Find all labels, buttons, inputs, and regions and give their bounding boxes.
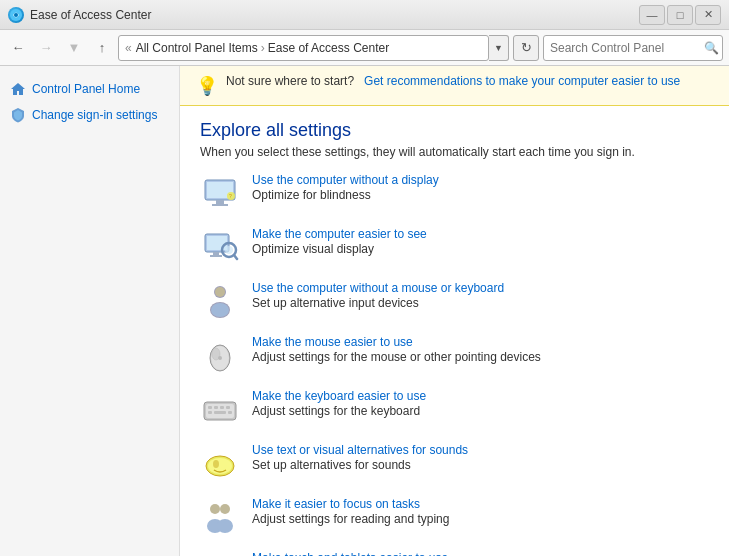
setting-link-no-mouse[interactable]: Use the computer without a mouse or keyb… [252, 281, 504, 295]
sidebar-item-signin-label: Change sign-in settings [32, 108, 157, 122]
svg-point-35 [213, 460, 219, 468]
setting-text-keyboard: Make the keyboard easier to use Adjust s… [252, 389, 709, 418]
breadcrumb-sep1: › [261, 41, 265, 55]
setting-item-sounds: Use text or visual alternatives for soun… [200, 443, 709, 483]
address-field[interactable]: « All Control Panel Items › Ease of Acce… [118, 35, 489, 61]
setting-link-easier-see[interactable]: Make the computer easier to see [252, 227, 427, 241]
setting-icon-mouse [200, 335, 240, 375]
sidebar-item-change-signin[interactable]: Change sign-in settings [0, 102, 179, 128]
svg-point-36 [210, 504, 220, 514]
svg-point-23 [218, 356, 222, 360]
address-bar: ← → ▼ ↑ « All Control Panel Items › Ease… [0, 30, 729, 66]
setting-link-mouse[interactable]: Make the mouse easier to use [252, 335, 413, 349]
main-container: Control Panel Home Change sign-in settin… [0, 66, 729, 556]
setting-icon-speech [200, 443, 240, 483]
banner-static-text: Not sure where to start? [226, 74, 354, 88]
shield-icon [10, 107, 26, 123]
sidebar: Control Panel Home Change sign-in settin… [0, 66, 180, 556]
setting-text-touch: Make touch and tablets easier to use Adj… [252, 551, 709, 556]
address-dropdown-button[interactable]: ▼ [489, 35, 509, 61]
svg-line-13 [234, 255, 237, 259]
svg-rect-30 [208, 411, 212, 414]
breadcrumb-current: Ease of Access Center [268, 41, 389, 55]
setting-link-focus[interactable]: Make it easier to focus on tasks [252, 497, 420, 511]
sidebar-item-control-panel-home[interactable]: Control Panel Home [0, 76, 179, 102]
svg-rect-31 [214, 411, 226, 414]
setting-text-mouse: Make the mouse easier to use Adjust sett… [252, 335, 709, 364]
setting-link-no-display[interactable]: Use the computer without a display [252, 173, 439, 187]
window-title: Ease of Access Center [30, 8, 151, 22]
svg-rect-26 [208, 406, 212, 409]
setting-link-sounds[interactable]: Use text or visual alternatives for soun… [252, 443, 468, 457]
setting-item-easier-see: Make the computer easier to see Optimize… [200, 227, 709, 267]
svg-point-38 [220, 504, 230, 514]
svg-point-17 [215, 287, 225, 297]
setting-item-focus: Make it easier to focus on tasks Adjust … [200, 497, 709, 537]
setting-desc-focus: Adjust settings for reading and typing [252, 512, 709, 526]
setting-icon-person [200, 281, 240, 321]
setting-desc-easier-see: Optimize visual display [252, 242, 709, 256]
banner-content: Not sure where to start? Get recommendat… [226, 74, 680, 88]
setting-desc-sounds: Set up alternatives for sounds [252, 458, 709, 472]
svg-text:?: ? [229, 193, 232, 199]
setting-item-keyboard: Make the keyboard easier to use Adjust s… [200, 389, 709, 429]
title-bar-left: Ease of Access Center [8, 7, 151, 23]
svg-rect-11 [210, 255, 222, 257]
svg-rect-10 [213, 252, 219, 255]
setting-icon-monitor: ? [200, 173, 240, 213]
banner-link[interactable]: Get recommendations to make your compute… [364, 74, 680, 88]
maximize-button[interactable]: □ [667, 5, 693, 25]
setting-link-touch[interactable]: Make touch and tablets easier to use [252, 551, 448, 556]
setting-desc-mouse: Adjust settings for the mouse or other p… [252, 350, 709, 364]
setting-icon-keyboard [200, 389, 240, 429]
setting-icon-magnifier [200, 227, 240, 267]
setting-link-keyboard[interactable]: Make the keyboard easier to use [252, 389, 426, 403]
recent-button[interactable]: ▼ [62, 36, 86, 60]
setting-icon-touch [200, 551, 240, 556]
recommendation-banner: 💡 Not sure where to start? Get recommend… [180, 66, 729, 106]
svg-rect-9 [207, 236, 227, 250]
setting-desc-no-display: Optimize for blindness [252, 188, 709, 202]
search-input[interactable] [550, 41, 700, 55]
app-icon [8, 7, 24, 23]
setting-desc-no-mouse: Set up alternative input devices [252, 296, 709, 310]
up-button[interactable]: ↑ [90, 36, 114, 60]
setting-item-touch: Make touch and tablets easier to use Adj… [200, 551, 709, 556]
svg-point-39 [217, 519, 233, 533]
svg-point-1 [14, 13, 18, 17]
breadcrumb-root-icon: « [125, 41, 132, 55]
svg-rect-28 [220, 406, 224, 409]
sidebar-item-home-label: Control Panel Home [32, 82, 140, 96]
search-icon: 🔍 [704, 41, 719, 55]
svg-rect-32 [228, 411, 232, 414]
setting-desc-keyboard: Adjust settings for the keyboard [252, 404, 709, 418]
setting-text-no-display: Use the computer without a display Optim… [252, 173, 709, 202]
setting-text-focus: Make it easier to focus on tasks Adjust … [252, 497, 709, 526]
breadcrumb-allcontrol[interactable]: All Control Panel Items [136, 41, 258, 55]
setting-icon-people [200, 497, 240, 537]
svg-rect-5 [212, 204, 228, 206]
svg-rect-29 [226, 406, 230, 409]
content-area: 💡 Not sure where to start? Get recommend… [180, 66, 729, 556]
close-button[interactable]: ✕ [695, 5, 721, 25]
window-controls[interactable]: — □ ✕ [639, 5, 721, 25]
home-icon [10, 81, 26, 97]
explore-section: Explore all settings When you select the… [180, 106, 729, 556]
forward-button[interactable]: → [34, 36, 58, 60]
minimize-button[interactable]: — [639, 5, 665, 25]
svg-point-18 [211, 303, 229, 317]
setting-text-easier-see: Make the computer easier to see Optimize… [252, 227, 709, 256]
banner-bulb-icon: 💡 [196, 75, 218, 97]
explore-subtitle: When you select these settings, they wil… [200, 145, 709, 159]
title-bar: Ease of Access Center — □ ✕ [0, 0, 729, 30]
back-button[interactable]: ← [6, 36, 30, 60]
svg-point-14 [225, 246, 233, 254]
search-box[interactable]: 🔍 [543, 35, 723, 61]
setting-text-no-mouse: Use the computer without a mouse or keyb… [252, 281, 709, 310]
svg-rect-27 [214, 406, 218, 409]
setting-item-no-mouse: Use the computer without a mouse or keyb… [200, 281, 709, 321]
explore-title: Explore all settings [200, 120, 709, 141]
svg-rect-4 [216, 200, 224, 204]
refresh-button[interactable]: ↻ [513, 35, 539, 61]
setting-text-sounds: Use text or visual alternatives for soun… [252, 443, 709, 472]
